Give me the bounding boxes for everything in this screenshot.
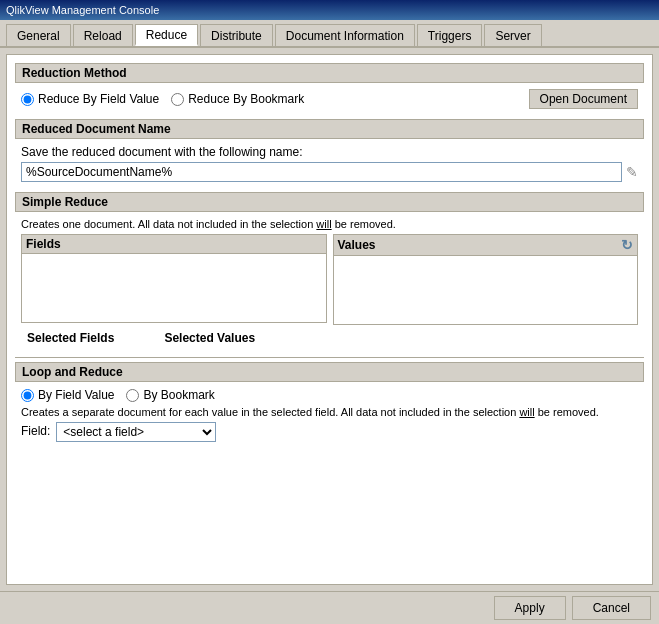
tab-document-information[interactable]: Document Information — [275, 24, 415, 46]
radio-reduce-by-bookmark-label: Reduce By Bookmark — [188, 92, 304, 106]
fields-list[interactable] — [21, 253, 327, 323]
radio-reduce-by-field-input[interactable] — [21, 93, 34, 106]
radio-by-field-value[interactable]: By Field Value — [21, 388, 114, 402]
tab-bar: General Reload Reduce Distribute Documen… — [0, 20, 659, 48]
tab-server[interactable]: Server — [484, 24, 541, 46]
reduced-doc-name-label: Save the reduced document with the follo… — [21, 145, 638, 159]
selected-fields-label: Selected Fields — [27, 331, 114, 345]
values-column: Values ↻ — [333, 234, 639, 325]
tab-reduce[interactable]: Reduce — [135, 24, 198, 46]
values-header: Values ↻ — [333, 234, 639, 255]
reduction-method-header: Reduction Method — [15, 63, 644, 83]
reduced-doc-name-input[interactable] — [21, 162, 622, 182]
bottom-bar: Apply Cancel — [0, 591, 659, 624]
radio-by-field-value-input[interactable] — [21, 389, 34, 402]
radio-by-bookmark-input[interactable] — [126, 389, 139, 402]
field-row: Field: <select a field> — [21, 422, 638, 442]
reduction-method-section: Reduction Method Reduce By Field Value R… — [15, 63, 644, 113]
simple-reduce-section: Simple Reduce Creates one document. All … — [15, 192, 644, 347]
reduction-method-radio-group: Reduce By Field Value Reduce By Bookmark… — [21, 89, 638, 109]
loop-and-reduce-header: Loop and Reduce — [15, 362, 644, 382]
radio-by-bookmark-label: By Bookmark — [143, 388, 214, 402]
simple-reduce-info: Creates one document. All data not inclu… — [21, 218, 638, 230]
refresh-icon[interactable]: ↻ — [621, 237, 633, 253]
field-row-label: Field: — [21, 424, 50, 438]
selected-values-label: Selected Values — [164, 331, 255, 345]
loop-and-reduce-section: Loop and Reduce By Field Value By Bookma… — [15, 362, 644, 442]
fields-column: Fields — [21, 234, 327, 325]
open-document-button[interactable]: Open Document — [529, 89, 638, 109]
content-area: Reduction Method Reduce By Field Value R… — [6, 54, 653, 585]
radio-reduce-by-field-label: Reduce By Field Value — [38, 92, 159, 106]
tab-distribute[interactable]: Distribute — [200, 24, 273, 46]
reduced-doc-name-header: Reduced Document Name — [15, 119, 644, 139]
loop-radio-group: By Field Value By Bookmark — [21, 388, 638, 402]
reduced-doc-name-section: Reduced Document Name Save the reduced d… — [15, 119, 644, 186]
fields-header: Fields — [21, 234, 327, 253]
tab-general[interactable]: General — [6, 24, 71, 46]
cancel-button[interactable]: Cancel — [572, 596, 651, 620]
title-bar-label: QlikView Management Console — [6, 4, 159, 16]
tab-reload[interactable]: Reload — [73, 24, 133, 46]
field-select[interactable]: <select a field> — [56, 422, 216, 442]
divider — [15, 357, 644, 358]
radio-reduce-by-field[interactable]: Reduce By Field Value — [21, 92, 159, 106]
selected-row: Selected Fields Selected Values — [21, 329, 638, 347]
simple-reduce-header: Simple Reduce — [15, 192, 644, 212]
tab-triggers[interactable]: Triggers — [417, 24, 483, 46]
edit-icon[interactable]: ✎ — [626, 164, 638, 180]
apply-button[interactable]: Apply — [494, 596, 566, 620]
radio-reduce-by-bookmark-input[interactable] — [171, 93, 184, 106]
columns-container: Fields Values ↻ — [21, 234, 638, 325]
radio-reduce-by-bookmark[interactable]: Reduce By Bookmark — [171, 92, 304, 106]
radio-by-bookmark[interactable]: By Bookmark — [126, 388, 214, 402]
radio-by-field-value-label: By Field Value — [38, 388, 114, 402]
values-list[interactable] — [333, 255, 639, 325]
loop-info: Creates a separate document for each val… — [21, 406, 638, 418]
